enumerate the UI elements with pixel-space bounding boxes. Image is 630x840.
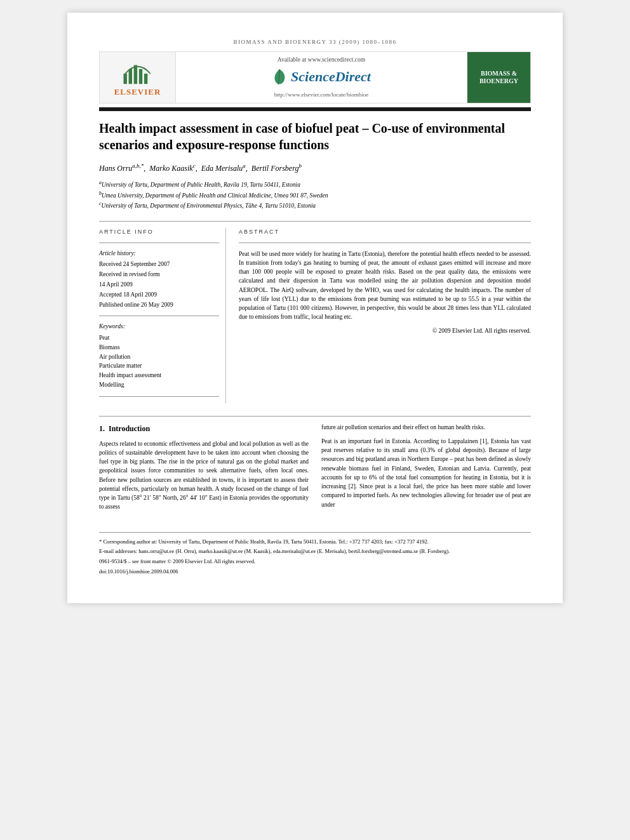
svg-rect-1: [128, 69, 131, 84]
sciencedirect-center: Available at www.sciencedirect.com Scien…: [176, 56, 467, 100]
sd-logo-area: ScienceDirect: [272, 67, 371, 87]
keyword-3: Air pollution: [99, 353, 219, 362]
svg-rect-3: [138, 69, 142, 84]
author4-sup: b: [298, 163, 302, 169]
footer-corresponding: * Corresponding author at: University of…: [99, 538, 531, 546]
author4-name: Bertil Forsberg: [251, 164, 299, 173]
body-right-col: future air pollution scenarios and their…: [321, 423, 531, 517]
page-footer: * Corresponding author at: University of…: [99, 532, 531, 576]
keyword-1: Peat: [99, 334, 219, 343]
author2-name: Marko Kaasik: [149, 164, 192, 173]
sd-url-text: http://www.elsevier.com/locate/biombioe: [274, 91, 368, 99]
article-title: Health impact assessment in case of biof…: [99, 120, 531, 153]
keyword-5: Health impact assessment: [99, 371, 219, 380]
keyword-4: Particulate matter: [99, 362, 219, 371]
sd-available-text: Available at www.sciencedirect.com: [278, 56, 365, 65]
affiliation-c: cUniversity of Tartu, Department of Envi…: [99, 200, 531, 210]
keywords-heading: Keywords:: [99, 323, 219, 331]
divider-keywords: [99, 316, 219, 316]
body-left-col: 1. Introduction Aspects related to econo…: [99, 423, 309, 517]
footer-issn: 0961-9534/$ – see front matter © 2009 El…: [99, 557, 531, 566]
divider-bottom: [99, 396, 219, 397]
svg-rect-0: [123, 74, 126, 84]
received-item: Received 24 September 2007: [99, 260, 219, 269]
accepted-item: Accepted 18 April 2009: [99, 291, 219, 300]
article-info-col: ARTICLE INFO Article history: Received 2…: [99, 228, 226, 403]
sd-leaf-icon: [272, 68, 287, 86]
affiliation-a: aUniversity of Tartu, Department of Publ…: [99, 179, 531, 189]
divider-1: [99, 221, 531, 222]
sd-name-text: ScienceDirect: [291, 67, 371, 87]
author2-sup: c: [193, 163, 196, 169]
section1-title: Introduction: [109, 424, 150, 433]
svg-rect-2: [133, 65, 137, 84]
section1-number: 1.: [99, 424, 105, 433]
keywords-section: Keywords: Peat Biomass Air pollution Par…: [99, 323, 219, 389]
affiliation-b: bUmea University, Department of Public H…: [99, 190, 531, 200]
body-section: 1. Introduction Aspects related to econo…: [99, 416, 531, 517]
footer-email: E-mail addresses: hans.orru@ut.ee (H. Or…: [99, 547, 531, 556]
elsevier-text: ELSEVIER: [114, 86, 161, 98]
published-item: Published online 26 May 2009: [99, 301, 219, 310]
journal-header: BIOMASS AND BIOENERGY 33 (2009) 1080–108…: [99, 38, 531, 46]
footer-doi: doi:10.1016/j.biombioe.2009.04.006: [99, 568, 531, 576]
top-banner: ELSEVIER Available at www.sciencedirect.…: [99, 51, 531, 103]
body-columns: 1. Introduction Aspects related to econo…: [99, 423, 531, 517]
keyword-2: Biomass: [99, 343, 219, 352]
revised-date-item: 14 April 2009: [99, 281, 219, 290]
author1-sup: a,b,*: [132, 163, 144, 169]
journal-title-text: BIOMASS AND BIOENERGY 33 (2009) 1080–108…: [234, 39, 397, 45]
copyright-text: © 2009 Elsevier Ltd. All rights reserved…: [239, 327, 531, 336]
author3-name: Eda Merisalu: [201, 164, 243, 173]
abstract-para: Peat will be used more widely for heatin…: [239, 250, 531, 322]
body-para-right-1: future air pollution scenarios and their…: [321, 423, 531, 432]
author1-name: Hans Orru: [99, 164, 132, 173]
history-heading: Article history:: [99, 250, 219, 258]
revised-item: Received in revised form: [99, 270, 219, 279]
elsevier-tree-icon: [119, 57, 157, 85]
keyword-6: Modelling: [99, 381, 219, 390]
body-para-1: Aspects related to economic effectivenes…: [99, 439, 309, 512]
article-history: Article history: Received 24 September 2…: [99, 250, 219, 310]
abstract-label: ABSTRACT: [239, 228, 531, 236]
section1-heading: 1. Introduction: [99, 423, 309, 434]
bioenergy-logo-text: BIOMASS &BIOENERGY: [479, 70, 518, 85]
black-bar: [99, 107, 531, 111]
article-info-label: ARTICLE INFO: [99, 228, 219, 236]
svg-rect-4: [144, 74, 147, 84]
body-para-right-2: Peat is an important fuel in Estonia. Ac…: [321, 437, 531, 509]
article-info-abstract: ARTICLE INFO Article history: Received 2…: [99, 228, 531, 403]
elsevier-logo: ELSEVIER: [100, 52, 176, 103]
affiliations: aUniversity of Tartu, Department of Publ…: [99, 179, 531, 210]
divider-abstract: [239, 243, 531, 243]
divider-body: [99, 416, 531, 417]
bioenergy-logo: BIOMASS &BIOENERGY: [467, 52, 530, 103]
authors-line: Hans Orrua,b,*, Marko Kaasikc, Eda Meris…: [99, 162, 531, 174]
abstract-col: ABSTRACT Peat will be used more widely f…: [239, 228, 531, 403]
page: BIOMASS AND BIOENERGY 33 (2009) 1080–108…: [67, 13, 563, 603]
author3-sup: a: [243, 163, 246, 169]
divider-info: [99, 243, 219, 243]
abstract-text: Peat will be used more widely for heatin…: [239, 250, 531, 322]
